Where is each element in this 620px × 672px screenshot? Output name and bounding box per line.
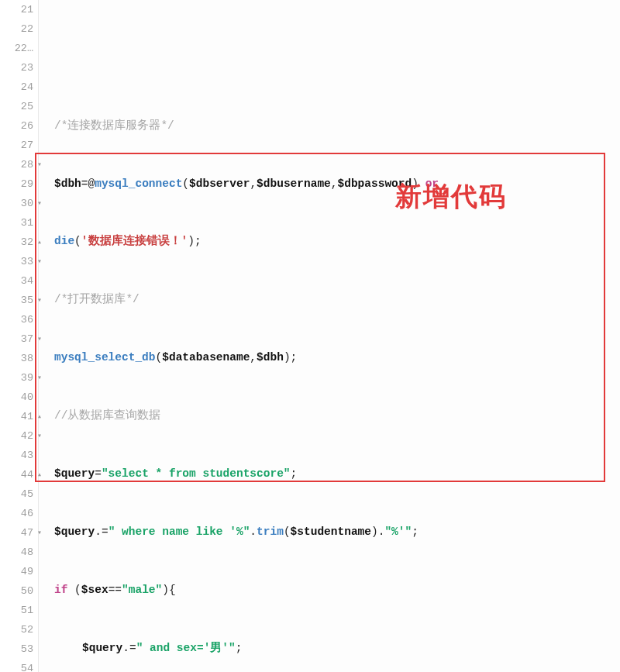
line-number: 54 bbox=[0, 659, 33, 672]
line-number: 25 bbox=[0, 97, 33, 116]
line-number: 53 bbox=[0, 639, 33, 659]
line-number: 50 bbox=[0, 581, 33, 601]
highlight-rectangle bbox=[35, 153, 605, 482]
line-number: 41 bbox=[0, 407, 33, 426]
code-editor: 212222…232425262728293031323334353637383… bbox=[0, 0, 620, 672]
line-number: 28 bbox=[0, 155, 33, 174]
line-number: 22… bbox=[0, 39, 33, 58]
line-number: 23 bbox=[0, 58, 33, 78]
line-number: 49 bbox=[0, 562, 33, 581]
line-number: 36 bbox=[0, 310, 33, 329]
line-number: 26 bbox=[0, 116, 33, 136]
line-number: 48 bbox=[0, 543, 33, 562]
line-number: 42 bbox=[0, 426, 33, 446]
code-line: /*打开数据库*/ bbox=[54, 290, 620, 309]
code-area: 新增代码 /*连接数据库服务器*/ $dbh=@mysql_connect($d… bbox=[39, 0, 620, 672]
code-line: die('数据库连接错误！'); bbox=[54, 232, 620, 251]
code-line: if ($sex=="male"){ bbox=[54, 581, 620, 600]
line-number: 40 bbox=[0, 388, 33, 407]
line-number: 47 bbox=[0, 523, 33, 543]
line-number: 39 bbox=[0, 368, 33, 388]
line-number: 31 bbox=[0, 213, 33, 233]
line-number: 34 bbox=[0, 271, 33, 291]
line-number: 29 bbox=[0, 174, 33, 194]
line-number: 24 bbox=[0, 78, 33, 97]
line-number: 43 bbox=[0, 446, 33, 465]
line-number: 38 bbox=[0, 349, 33, 368]
line-number: 52 bbox=[0, 620, 33, 639]
line-number: 45 bbox=[0, 484, 33, 504]
code-line: /*连接数据库服务器*/ bbox=[54, 116, 620, 136]
line-number: 46 bbox=[0, 504, 33, 523]
code-line: $query="select * from studentscore"; bbox=[54, 464, 620, 484]
line-number: 27 bbox=[0, 136, 33, 155]
line-number: 37 bbox=[0, 329, 33, 349]
code-line: //从数据库查询数据 bbox=[54, 406, 620, 426]
line-number: 35 bbox=[0, 291, 33, 310]
code-line: $dbh=@mysql_connect($dbserver,$dbusernam… bbox=[54, 174, 620, 194]
line-number-gutter: 212222…232425262728293031323334353637383… bbox=[0, 0, 39, 672]
line-number: 44 bbox=[0, 465, 33, 484]
line-number: 33 bbox=[0, 252, 33, 271]
line-number: 21 bbox=[0, 0, 33, 19]
line-number: 22 bbox=[0, 19, 33, 39]
code-line: mysql_select_db($databasename,$dbh); bbox=[54, 348, 620, 367]
line-number: 51 bbox=[0, 601, 33, 620]
code-line: $query.=" and sex='男'"; bbox=[54, 639, 620, 658]
line-number: 30 bbox=[0, 194, 33, 213]
line-number: 32 bbox=[0, 233, 33, 252]
code-line: $query.=" where name like '%".trim($stud… bbox=[54, 522, 620, 542]
